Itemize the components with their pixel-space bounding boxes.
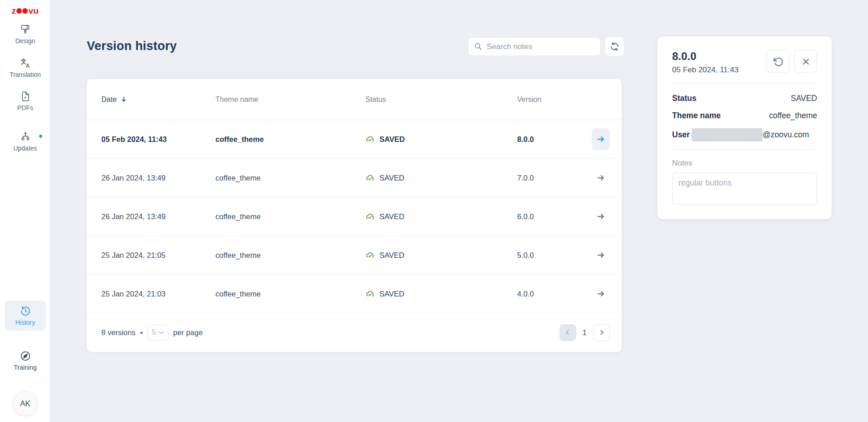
field-label: Theme name [672,111,721,121]
detail-field-theme-name: Theme name coffee_theme [672,111,817,121]
column-header-date[interactable]: Date [101,95,215,104]
cell-version: 5.0.0 [517,251,592,260]
cloud-check-icon [365,289,375,299]
cell-theme-name: coffee_theme [215,290,365,298]
version-detail-panel: 8.0.0 05 Feb 2024, 11:43 [658,36,832,219]
chevron-left-icon [564,329,571,336]
open-version-button[interactable] [592,244,610,266]
cell-theme-name: coffee_theme [215,174,365,182]
logo-letter: vu [28,6,39,16]
search-input[interactable] [487,42,595,51]
column-label: Date [101,95,117,104]
prev-page-button[interactable] [559,324,576,341]
sidebar-item-label: Updates [13,145,37,152]
version-table-card: Date Theme name Status Version 05 Feb 20… [87,79,622,352]
status-label: SAVED [379,251,404,260]
logo-o-dot [22,8,28,14]
search-icon [474,42,483,51]
detail-timestamp: 05 Feb 2024, 11:43 [672,65,738,75]
hierarchy-icon [20,131,31,143]
zoovu-logo[interactable]: zvu [0,6,50,16]
arrow-right-icon [597,290,605,298]
user-avatar[interactable]: AK [13,391,38,416]
compass-icon [20,350,31,362]
status-label: SAVED [379,174,404,182]
table-row[interactable]: 25 Jan 2024, 21:03 coffee_theme SAVED 4.… [87,275,622,313]
sidebar: zvu Design A Translation [0,0,50,422]
sidebar-item-design[interactable]: Design [0,24,50,45]
cell-version: 6.0.0 [517,212,592,221]
open-version-button[interactable] [592,283,610,305]
logo-letter: z [11,6,16,16]
page-size-value: 5 [152,328,156,337]
cell-date: 26 Jan 2024, 13:49 [101,212,215,221]
avatar-initials: AK [20,399,30,408]
notes-textarea[interactable]: regular buttons [672,173,817,205]
column-header-status[interactable]: Status [365,95,517,104]
field-value: coffee_theme [769,111,817,121]
separator-bullet: • [140,328,143,337]
field-value: SAVED [791,94,817,103]
sort-desc-icon [120,95,127,103]
sidebar-item-pdfs[interactable]: PDFs [0,90,50,111]
column-header-version[interactable]: Version [517,95,592,104]
page-title: Version history [87,39,177,53]
updates-notification-dot [39,135,42,138]
open-version-button[interactable] [592,206,610,227]
notes-label: Notes [672,159,817,168]
arrow-right-icon [597,135,605,143]
sidebar-item-training[interactable]: Training [0,350,50,371]
cell-status: SAVED [365,135,517,144]
table-row[interactable]: 26 Jan 2024, 13:49 coffee_theme SAVED 6.… [87,197,622,236]
cell-date: 26 Jan 2024, 13:49 [101,174,215,182]
column-header-theme-name[interactable]: Theme name [215,95,365,104]
cloud-check-icon [365,173,375,183]
svg-text:A: A [25,63,30,69]
field-label: User [672,130,690,140]
close-icon [801,57,811,66]
cell-status: SAVED [365,289,517,299]
table-header-row: Date Theme name Status Version [87,79,622,120]
status-label: SAVED [379,135,405,144]
open-version-button[interactable] [592,167,610,189]
divider [672,83,817,84]
table-row[interactable]: 25 Jan 2024, 21:05 coffee_theme SAVED 5.… [87,236,622,275]
refresh-button[interactable] [605,37,624,56]
status-label: SAVED [379,212,404,221]
cell-version: 7.0.0 [517,174,592,182]
field-label: Status [672,94,696,103]
history-clock-icon [20,305,31,317]
open-version-button[interactable] [592,128,610,150]
sidebar-item-label: History [15,319,35,326]
detail-field-status: Status SAVED [672,94,817,103]
page-size-select[interactable]: 5 [147,325,169,341]
sidebar-item-label: Training [14,364,36,371]
restore-icon [773,56,784,67]
paint-roller-icon [20,24,31,35]
chevron-right-icon [598,329,605,336]
pdf-file-icon [20,90,31,102]
chevron-down-icon [158,330,164,336]
redacted-username-block [692,128,763,141]
divider [672,149,817,150]
sidebar-item-translation[interactable]: A Translation [0,57,50,78]
cell-date: 25 Jan 2024, 21:03 [101,290,215,298]
table-row[interactable]: 26 Jan 2024, 13:49 coffee_theme SAVED 7.… [87,159,622,197]
versions-count: 8 versions [101,328,135,337]
cell-date: 05 Feb 2024, 11:43 [101,135,215,144]
per-page-label: per page [173,328,203,337]
status-label: SAVED [379,290,404,298]
current-page: 1 [583,328,587,337]
next-page-button[interactable] [593,324,610,341]
cloud-check-icon [365,251,375,260]
sidebar-item-updates[interactable]: Updates [0,131,50,152]
restore-version-button[interactable] [767,50,789,73]
logo-o-dot [16,8,22,14]
table-row[interactable]: 05 Feb 2024, 11:43 coffee_theme SAVED 8.… [87,120,622,159]
close-panel-button[interactable] [794,50,817,73]
field-value: @zoovu.com [763,130,809,140]
cell-version: 4.0.0 [517,290,592,298]
cell-date: 25 Jan 2024, 21:05 [101,251,215,260]
sidebar-item-history[interactable]: History [5,301,46,331]
cell-status: SAVED [365,173,517,183]
